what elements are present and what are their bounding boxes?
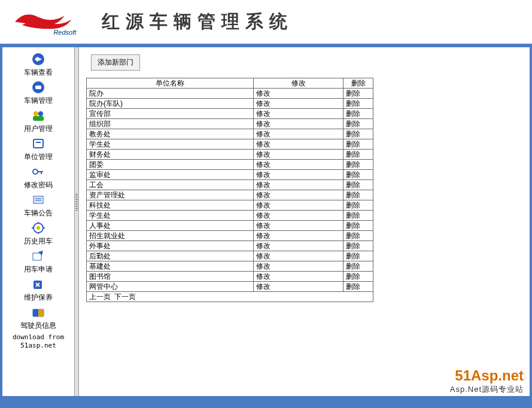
- edit-link[interactable]: 修改: [254, 160, 343, 170]
- cell-name: 资产管理处: [87, 190, 254, 200]
- sidebar-item-label: 维护保养: [2, 293, 74, 303]
- prev-page-link[interactable]: 上一页: [89, 293, 111, 301]
- delete-link[interactable]: 删除: [343, 282, 373, 292]
- sidebar-item-label: 修改密码: [2, 180, 74, 190]
- table-row: 资产管理处修改删除: [87, 190, 373, 200]
- delete-link[interactable]: 删除: [343, 89, 373, 99]
- edit-link[interactable]: 修改: [254, 99, 343, 109]
- notice-icon: [29, 193, 48, 207]
- delete-link[interactable]: 删除: [343, 190, 373, 200]
- page-title: 红源车辆管理系统: [102, 10, 293, 34]
- department-table: 单位名称 修改 删除 院办修改删除院办(车队)修改删除宣传部修改删除组织部修改删…: [86, 78, 373, 302]
- delete-link[interactable]: 删除: [343, 251, 373, 261]
- cell-name: 人事处: [87, 221, 254, 231]
- sidebar-item-2[interactable]: 用户管理: [2, 108, 74, 134]
- delete-link[interactable]: 删除: [343, 180, 373, 190]
- delete-link[interactable]: 删除: [343, 272, 373, 282]
- delete-link[interactable]: 删除: [343, 231, 373, 241]
- header: Redsoft 红源车辆管理系统: [0, 0, 532, 45]
- delete-link[interactable]: 删除: [343, 99, 373, 109]
- driver-icon: [29, 305, 48, 319]
- svg-rect-3: [35, 86, 41, 89]
- edit-link[interactable]: 修改: [254, 180, 343, 190]
- svg-point-16: [37, 226, 40, 230]
- edit-link[interactable]: 修改: [254, 139, 343, 150]
- car-mgmt-icon: [29, 80, 48, 95]
- edit-link[interactable]: 修改: [254, 170, 343, 180]
- edit-link[interactable]: 修改: [254, 282, 343, 292]
- cell-name: 教务处: [87, 129, 254, 139]
- edit-link[interactable]: 修改: [254, 261, 343, 272]
- edit-link[interactable]: 修改: [254, 190, 343, 200]
- cell-name: 科技处: [87, 200, 254, 211]
- edit-link[interactable]: 修改: [254, 109, 343, 119]
- sidebar-item-5[interactable]: 车辆公告: [2, 193, 74, 218]
- delete-link[interactable]: 删除: [343, 211, 373, 221]
- sidebar-item-7[interactable]: 用车申请: [2, 249, 74, 275]
- table-row: 图书馆修改删除: [87, 272, 373, 282]
- delete-link[interactable]: 删除: [343, 221, 373, 231]
- cell-name: 后勤处: [87, 251, 254, 261]
- edit-link[interactable]: 修改: [254, 119, 343, 129]
- cell-name: 组织部: [87, 119, 254, 129]
- edit-link[interactable]: 修改: [254, 241, 343, 251]
- delete-link[interactable]: 删除: [343, 160, 373, 170]
- edit-link[interactable]: 修改: [254, 221, 343, 231]
- table-row: 工会修改删除: [87, 180, 373, 190]
- sidebar-item-label: 驾驶员信息: [2, 321, 74, 331]
- main-area: 车辆查看车辆管理用户管理单位管理修改密码车辆公告历史用车用车申请维护保养驾驶员信…: [0, 45, 532, 396]
- edit-link[interactable]: 修改: [254, 231, 343, 241]
- table-row: 科技处修改删除: [87, 200, 373, 211]
- sidebar-item-8[interactable]: 维护保养: [2, 277, 74, 303]
- svg-rect-20: [33, 309, 38, 316]
- edit-link[interactable]: 修改: [254, 129, 343, 139]
- edit-link[interactable]: 修改: [254, 272, 343, 282]
- delete-link[interactable]: 删除: [343, 200, 373, 211]
- download-info: download from51asp.net: [2, 333, 74, 351]
- delete-link[interactable]: 删除: [343, 170, 373, 180]
- sidebar-item-6[interactable]: 历史用车: [2, 221, 74, 246]
- cell-name: 监审处: [87, 170, 254, 180]
- table-row: 监审处修改删除: [87, 170, 373, 180]
- edit-link[interactable]: 修改: [254, 211, 343, 221]
- delete-link[interactable]: 删除: [343, 139, 373, 150]
- edit-link[interactable]: 修改: [254, 89, 343, 99]
- svg-rect-17: [33, 253, 41, 260]
- sidebar-item-3[interactable]: 单位管理: [2, 136, 74, 162]
- cell-name: 基建处: [87, 261, 254, 272]
- splitter[interactable]: [74, 47, 79, 396]
- delete-link[interactable]: 删除: [343, 129, 373, 139]
- next-page-link[interactable]: 下一页: [114, 293, 136, 301]
- edit-link[interactable]: 修改: [254, 200, 343, 211]
- svg-rect-7: [34, 139, 43, 148]
- cell-name: 团委: [87, 160, 254, 170]
- table-row: 学生处修改删除: [87, 211, 373, 221]
- sidebar-item-label: 车辆管理: [2, 96, 74, 106]
- add-department-button[interactable]: 添加新部门: [91, 54, 140, 71]
- cell-name: 图书馆: [87, 272, 254, 282]
- svg-rect-12: [34, 196, 43, 203]
- svg-point-4: [34, 111, 38, 116]
- table-row: 教务处修改删除: [87, 129, 373, 139]
- delete-link[interactable]: 删除: [343, 241, 373, 251]
- cell-name: 招生就业处: [87, 231, 254, 241]
- brand-sub: Asp.Net源码专业站: [450, 384, 524, 395]
- sidebar-item-4[interactable]: 修改密码: [2, 165, 74, 190]
- sidebar-item-0[interactable]: 车辆查看: [2, 52, 74, 78]
- maintain-icon: [29, 277, 48, 291]
- cell-name: 院办(车队): [87, 99, 254, 109]
- sidebar-item-1[interactable]: 车辆管理: [2, 80, 74, 106]
- edit-link[interactable]: 修改: [254, 251, 343, 261]
- delete-link[interactable]: 删除: [343, 119, 373, 129]
- table-row: 院办(车队)修改删除: [87, 99, 373, 109]
- delete-link[interactable]: 删除: [343, 261, 373, 272]
- cell-name: 学生处: [87, 211, 254, 221]
- delete-link[interactable]: 删除: [343, 150, 373, 160]
- svg-text:Redsoft: Redsoft: [53, 29, 77, 36]
- org-icon: [29, 136, 48, 151]
- edit-link[interactable]: 修改: [254, 150, 343, 160]
- cell-name: 网管中心: [87, 282, 254, 292]
- sidebar-item-9[interactable]: 驾驶员信息: [2, 305, 74, 331]
- cell-name: 外事处: [87, 241, 254, 251]
- delete-link[interactable]: 删除: [343, 109, 373, 119]
